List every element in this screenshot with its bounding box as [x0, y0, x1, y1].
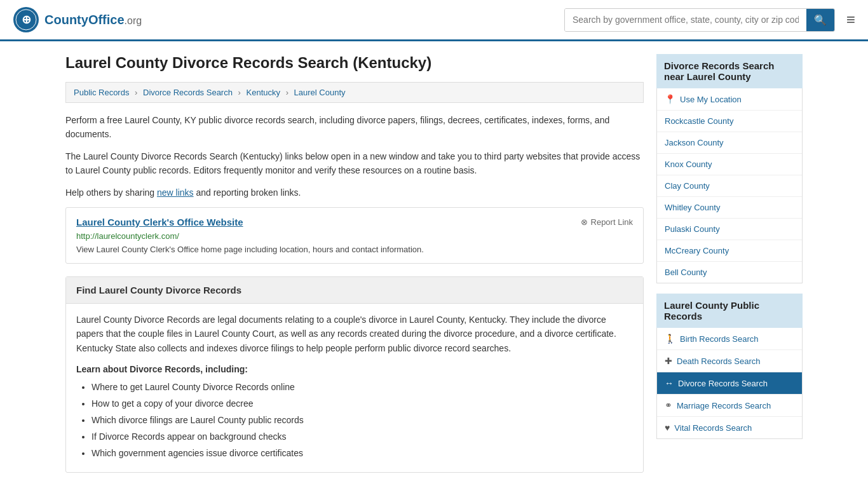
header: ⊕ CountyOffice.org 🔍 ≡	[0, 0, 868, 41]
logo-icon: ⊕	[13, 6, 39, 33]
marriage-records-icon: ⚭	[665, 400, 672, 410]
content: Laurel County Divorce Records Search (Ke…	[65, 54, 644, 473]
find-section-body: Laurel County Divorce Records are legal …	[66, 304, 643, 472]
find-section: Find Laurel County Divorce Records Laure…	[65, 276, 644, 473]
sidebar-item-vital-records[interactable]: ♥ Vital Records Search	[657, 417, 802, 438]
breadcrumb-link-divorce-records[interactable]: Divorce Records Search	[143, 88, 233, 97]
public-records-section: Laurel County Public Records 🚶 Birth Rec…	[656, 294, 803, 439]
divorce-records-icon: ↔	[665, 378, 674, 388]
svg-text:⊕: ⊕	[22, 13, 31, 26]
desc3-prefix: Help others by sharing	[65, 187, 157, 198]
breadcrumb-sep-1: ›	[135, 88, 137, 97]
nearby-section-body: 📍 Use My Location Rockcastle County Jack…	[656, 88, 803, 283]
sidebar-item-bell[interactable]: Bell County	[657, 262, 802, 283]
breadcrumb-link-laurel-county[interactable]: Laurel County	[294, 88, 346, 97]
use-location-link[interactable]: Use My Location	[680, 95, 742, 104]
learn-heading: Learn about Divorce Records, including:	[76, 364, 633, 374]
death-records-icon: ✚	[665, 356, 672, 366]
search-area: 🔍 ≡	[564, 8, 855, 32]
breadcrumb-sep-3: ›	[286, 88, 288, 97]
location-pin-icon: 📍	[665, 94, 675, 104]
breadcrumb: Public Records › Divorce Records Search …	[65, 82, 644, 103]
bullet-list: Where to get Laurel County Divorce Recor…	[76, 381, 633, 460]
desc3-suffix: and reporting broken links.	[194, 187, 301, 198]
sidebar-item-rockcastle[interactable]: Rockcastle County	[657, 111, 802, 132]
search-input[interactable]	[565, 9, 806, 31]
list-item: How to get a copy of your divorce decree	[92, 397, 633, 410]
sidebar-item-knox[interactable]: Knox County	[657, 154, 802, 175]
page-title: Laurel County Divorce Records Search (Ke…	[65, 54, 644, 72]
search-box-container: 🔍	[564, 8, 835, 32]
report-link[interactable]: ⊗ Report Link	[581, 217, 633, 227]
list-item: If Divorce Records appear on background …	[92, 430, 633, 444]
sidebar-item-marriage-records[interactable]: ⚭ Marriage Records Search	[657, 395, 802, 417]
new-links-link[interactable]: new links	[157, 187, 194, 198]
sidebar-item-birth-records[interactable]: 🚶 Birth Records Search	[657, 328, 802, 350]
public-records-section-body: 🚶 Birth Records Search ✚ Death Records S…	[656, 328, 803, 439]
sidebar: Divorce Records Search near Laurel Count…	[656, 54, 803, 473]
sidebar-item-mccreary[interactable]: McCreary County	[657, 240, 802, 262]
sidebar-item-clay[interactable]: Clay County	[657, 175, 802, 197]
link-card-url[interactable]: http://laurelcountyclerk.com/	[76, 231, 633, 241]
search-button[interactable]: 🔍	[806, 9, 834, 31]
list-item: Which divorce filings are Laurel County …	[92, 414, 633, 427]
description-3: Help others by sharing new links and rep…	[65, 186, 644, 200]
link-card-header: Laurel County Clerk's Office Website ⊗ R…	[76, 217, 633, 227]
nearby-section: Divorce Records Search near Laurel Count…	[656, 54, 803, 283]
report-icon: ⊗	[581, 217, 588, 227]
main-container: Laurel County Divorce Records Search (Ke…	[53, 41, 815, 485]
link-card-title[interactable]: Laurel County Clerk's Office Website	[76, 217, 243, 227]
sidebar-item-death-records[interactable]: ✚ Death Records Search	[657, 350, 802, 372]
breadcrumb-sep-2: ›	[238, 88, 241, 97]
list-item: Which government agencies issue divorce …	[92, 447, 633, 460]
find-section-header: Find Laurel County Divorce Records	[66, 277, 643, 304]
breadcrumb-link-kentucky[interactable]: Kentucky	[247, 88, 280, 97]
sidebar-item-divorce-records[interactable]: ↔ Divorce Records Search	[657, 372, 802, 395]
public-records-section-header: Laurel County Public Records	[656, 294, 803, 328]
report-label: Report Link	[591, 217, 633, 227]
breadcrumb-link-public-records[interactable]: Public Records	[74, 88, 129, 97]
sidebar-item-pulaski[interactable]: Pulaski County	[657, 219, 802, 240]
sidebar-item-jackson[interactable]: Jackson County	[657, 132, 802, 154]
vital-records-icon: ♥	[665, 423, 670, 433]
logo-text: CountyOffice.org	[44, 13, 142, 27]
description-2: The Laurel County Divorce Records Search…	[65, 149, 644, 178]
link-card: Laurel County Clerk's Office Website ⊗ R…	[65, 207, 644, 264]
use-location-item[interactable]: 📍 Use My Location	[657, 88, 802, 111]
nearby-section-header: Divorce Records Search near Laurel Count…	[656, 54, 803, 88]
menu-icon[interactable]: ≡	[846, 11, 855, 29]
list-item: Where to get Laurel County Divorce Recor…	[92, 381, 633, 394]
logo-area: ⊕ CountyOffice.org	[13, 6, 142, 33]
find-paragraph: Laurel County Divorce Records are legal …	[76, 313, 633, 355]
sidebar-item-whitley[interactable]: Whitley County	[657, 197, 802, 219]
description-1: Perform a free Laurel County, KY public …	[65, 113, 644, 142]
link-card-desc: View Laurel County Clerk's Office home p…	[76, 245, 633, 254]
birth-records-icon: 🚶	[665, 334, 675, 344]
